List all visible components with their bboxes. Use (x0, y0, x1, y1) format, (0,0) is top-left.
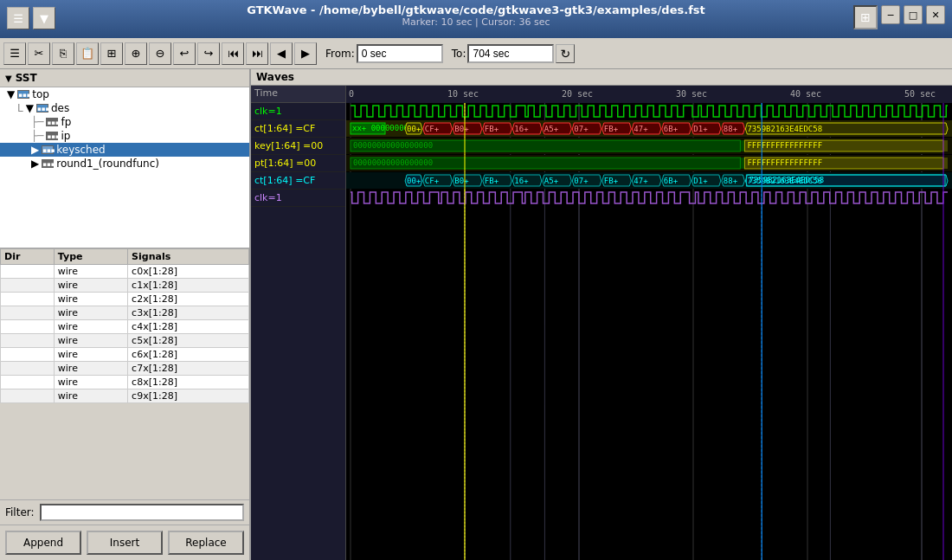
waveform-canvas[interactable] (346, 86, 952, 560)
sst-collapse-icon[interactable]: ▼ (5, 74, 12, 83)
main-area: ▼ SST ▼ ▪▪▪ top L ▼ ▪▪▪ des ├─ ▪▪▪ fp (0, 69, 952, 560)
undo-icon[interactable]: ↩ (173, 42, 196, 65)
prev-icon[interactable]: ◀ (270, 42, 293, 65)
table-row[interactable]: wirec3x[1:28] (1, 306, 249, 320)
refresh-button[interactable]: ↻ (556, 44, 575, 63)
tree-label-des: des (51, 102, 69, 114)
tree-area[interactable]: ▼ ▪▪▪ top L ▼ ▪▪▪ des ├─ ▪▪▪ fp ├─ ▪▪▪ i… (0, 87, 249, 248)
paste-icon[interactable]: 📋 (76, 42, 99, 65)
filter-label: Filter: (5, 506, 35, 518)
table-cell (1, 334, 55, 348)
table-row[interactable]: wirec0x[1:28] (1, 265, 249, 279)
insert-button[interactable]: Insert (87, 531, 163, 555)
next-icon[interactable]: ▶ (294, 42, 317, 65)
expand-icon-round1: ▶ (31, 158, 39, 170)
append-button[interactable]: Append (5, 531, 81, 555)
toolbar: ☰ ✂ ⎘ 📋 ⊞ ⊕ ⊖ ↩ ↪ ⏮ ⏭ ◀ ▶ From: To: ↻ (0, 38, 952, 69)
col-type: Type (54, 249, 127, 265)
line-icon-ip: ├─ (31, 130, 43, 142)
table-cell: wire (54, 293, 127, 306)
table-cell: wire (54, 265, 127, 279)
table-cell: wire (54, 320, 127, 334)
sst-title: SST (16, 72, 37, 84)
right-panel: Waves Time clk=1 ct[1:64] =CF key[1:64] … (251, 69, 952, 560)
table-cell: c7x[1:28] (128, 362, 249, 376)
tree-label-keysched: keysched (56, 144, 105, 156)
tree-item-keysched[interactable]: ▶ ▪▪▪ keysched (0, 143, 249, 157)
end-icon[interactable]: ⏭ (246, 42, 268, 65)
close-button[interactable]: ✕ (926, 5, 945, 24)
tree-item-top[interactable]: ▼ ▪▪▪ top (0, 87, 249, 101)
table-cell: wire (54, 306, 127, 320)
zoom-out-icon[interactable]: ⊖ (149, 42, 171, 65)
tree-item-round1[interactable]: ▶ ▪▪▪ round1_(roundfunc) (0, 157, 249, 171)
table-cell: wire (54, 348, 127, 362)
maximize-button[interactable]: □ (904, 5, 923, 24)
zoom-fit-icon[interactable]: ⊞ (100, 42, 123, 65)
table-row[interactable]: wirec9x[1:28] (1, 389, 249, 403)
sst-header: ▼ SST (0, 69, 249, 87)
table-cell (1, 279, 55, 293)
table-cell: c9x[1:28] (128, 389, 249, 403)
arrow-down-button[interactable]: ▼ (33, 7, 55, 29)
table-cell (1, 306, 55, 320)
cut-icon[interactable]: ✂ (28, 42, 50, 65)
replace-button[interactable]: Replace (168, 531, 244, 555)
action-buttons: Append Insert Replace (0, 525, 249, 560)
module-icon-top: ▪▪▪ (17, 90, 29, 99)
table-row[interactable]: wirec7x[1:28] (1, 362, 249, 376)
window-subtitle: Marker: 10 sec | Cursor: 36 sec (0, 16, 952, 28)
zoom-in-icon[interactable]: ⊕ (125, 42, 147, 65)
filter-input[interactable] (40, 504, 244, 521)
tree-item-des[interactable]: L ▼ ▪▪▪ des (0, 101, 249, 115)
table-cell (1, 362, 55, 376)
expand-icon-top: ▼ (7, 88, 15, 100)
table-cell: wire (54, 389, 127, 403)
table-row[interactable]: wirec6x[1:28] (1, 348, 249, 362)
table-cell: wire (54, 279, 127, 293)
table-cell: c5x[1:28] (128, 334, 249, 348)
begin-icon[interactable]: ⏮ (222, 42, 244, 65)
tree-label-ip: ip (61, 130, 70, 142)
to-input[interactable] (467, 44, 554, 63)
to-label: To: (452, 48, 466, 60)
title-left-buttons: ☰ ▼ (7, 7, 55, 29)
sig-name-2: key[1:64] =00 (251, 138, 345, 155)
tree-item-ip[interactable]: ├─ ▪▪▪ ip (0, 129, 249, 143)
table-cell (1, 265, 55, 279)
table-row[interactable]: wirec1x[1:28] (1, 279, 249, 293)
redo-icon[interactable]: ↪ (197, 42, 220, 65)
module-icon-keysched: ▪▪▪ (42, 145, 54, 154)
table-cell: wire (54, 376, 127, 389)
table-cell: c4x[1:28] (128, 320, 249, 334)
waveform (346, 86, 952, 560)
from-label: From: (325, 48, 355, 60)
from-input[interactable] (357, 44, 443, 63)
waves-title: Waves (256, 71, 294, 83)
minimize-button[interactable]: − (881, 5, 900, 24)
copy-icon[interactable]: ⎘ (52, 42, 74, 65)
table-cell: c6x[1:28] (128, 348, 249, 362)
module-icon-ip: ▪▪▪ (46, 132, 58, 140)
time-header: Time (251, 86, 345, 103)
filter-area: Filter: (0, 499, 249, 525)
table-row[interactable]: wirec8x[1:28] (1, 376, 249, 389)
table-row[interactable]: wirec5x[1:28] (1, 334, 249, 348)
tree-item-fp[interactable]: ├─ ▪▪▪ fp (0, 115, 249, 129)
expand-icon-des: ▼ (26, 102, 34, 114)
table-cell: c2x[1:28] (128, 293, 249, 306)
line-icon-des: L (17, 102, 23, 114)
table-cell: wire (54, 362, 127, 376)
tree-label-top: top (32, 88, 49, 100)
table-row[interactable]: wirec4x[1:28] (1, 320, 249, 334)
menu-icon[interactable]: ☰ (3, 42, 26, 65)
signal-names-panel: Time clk=1 ct[1:64] =CF key[1:64] =00 pt… (251, 86, 346, 560)
table-cell: c1x[1:28] (128, 279, 249, 293)
line-icon-fp: ├─ (31, 116, 43, 128)
table-cell (1, 293, 55, 306)
table-cell: c0x[1:28] (128, 265, 249, 279)
module-icon-des: ▪▪▪ (36, 104, 48, 113)
table-row[interactable]: wirec2x[1:28] (1, 293, 249, 306)
menu-button[interactable]: ☰ (7, 7, 29, 29)
sig-name-5: clk=1 (251, 190, 345, 207)
